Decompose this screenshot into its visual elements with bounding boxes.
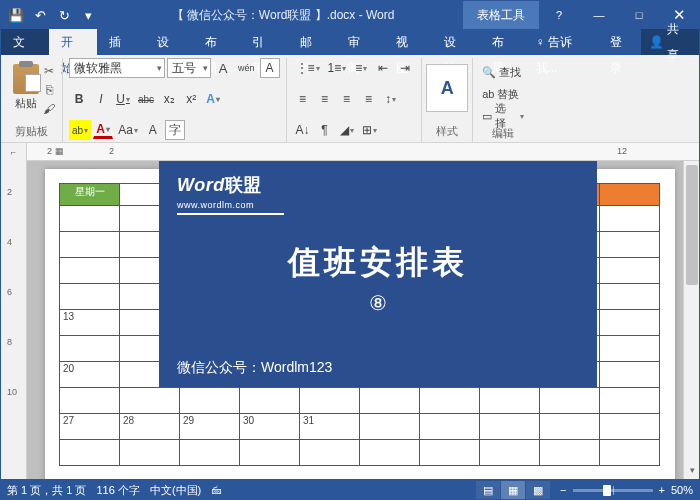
overlay-footer: 微信公众号：Wordlm123 (177, 359, 579, 377)
select-button[interactable]: ▭选择 (479, 106, 527, 126)
italic-button[interactable]: I (91, 89, 111, 109)
bullets[interactable]: ⋮≡ (293, 58, 323, 78)
overlay-url: www.wordlm.com (177, 200, 284, 215)
replace-icon: ab (482, 88, 494, 100)
login[interactable]: 登录 (602, 29, 642, 55)
increase-indent[interactable]: ⇥ (395, 58, 415, 78)
zoom-slider[interactable] (573, 489, 653, 492)
qat-save[interactable]: 💾 (5, 4, 27, 26)
align-right[interactable]: ≡ (337, 89, 357, 109)
show-marks[interactable]: ¶ (315, 120, 335, 140)
underline-button[interactable]: U (113, 89, 133, 109)
font-family-select[interactable]: 微软雅黑 (69, 58, 165, 78)
align-center[interactable]: ≡ (315, 89, 335, 109)
align-left[interactable]: ≡ (293, 89, 313, 109)
splash-overlay: Word联盟 www.wordlm.com 值班安排表 ⑧ 微信公众号：Word… (159, 161, 597, 387)
zoom-in[interactable]: + (659, 484, 665, 496)
phonetic-guide[interactable]: wén (235, 58, 258, 78)
ruler-corner[interactable]: ⌐ (1, 143, 27, 161)
cut-button[interactable]: ✂ (40, 62, 58, 80)
find-button[interactable]: 🔍查找 (479, 62, 527, 82)
vertical-ruler[interactable]: 2 4 6 8 10 (1, 161, 27, 479)
overlay-logo: Word联盟 (177, 175, 262, 195)
status-language[interactable]: 中文(中国) (150, 483, 201, 498)
overlay-number: ⑧ (177, 291, 579, 315)
share-icon: 👤 (649, 29, 664, 55)
font-size-select[interactable]: 五号 (167, 58, 211, 78)
select-icon: ▭ (482, 110, 492, 123)
enclose-char[interactable]: 字 (165, 120, 185, 140)
superscript-button[interactable]: x² (181, 89, 201, 109)
tab-home[interactable]: 开始 (49, 29, 97, 55)
status-words[interactable]: 116 个字 (96, 483, 139, 498)
multilevel[interactable]: ≡ (351, 58, 371, 78)
find-icon: 🔍 (482, 66, 496, 79)
scroll-thumb[interactable] (686, 165, 698, 285)
table-tools-label: 表格工具 (463, 1, 539, 29)
view-read[interactable]: ▤ (476, 481, 500, 499)
paste-icon (13, 64, 39, 94)
bold-button[interactable]: B (69, 89, 89, 109)
zoom-level[interactable]: 50% (671, 484, 693, 496)
tab-table-design[interactable]: 设计 (432, 29, 480, 55)
tab-review[interactable]: 审阅 (336, 29, 384, 55)
share-button[interactable]: 👤共享 (641, 29, 699, 55)
qat-redo[interactable]: ↻ (53, 4, 75, 26)
window-maximize[interactable]: □ (619, 1, 659, 29)
decrease-indent[interactable]: ⇤ (373, 58, 393, 78)
styles-gallery[interactable]: A (428, 58, 466, 112)
tell-me[interactable]: ♀ 告诉我... (528, 29, 602, 55)
scroll-down-icon[interactable]: ▾ (686, 465, 698, 477)
format-painter[interactable]: 🖌 (40, 100, 58, 118)
horizontal-ruler[interactable]: 2 ▦ 2 12 (27, 143, 699, 160)
tab-design[interactable]: 设计 (145, 29, 193, 55)
document-canvas[interactable]: 星期一 13 20 2728293031 Word联盟 www.wordlm.c… (27, 161, 683, 479)
status-ime[interactable]: 🖮 (211, 484, 222, 496)
overlay-title: 值班安排表 (177, 241, 579, 285)
tab-layout[interactable]: 布局 (193, 29, 241, 55)
grow-font[interactable]: A (213, 58, 233, 78)
strike-button[interactable]: abc (135, 89, 157, 109)
status-page[interactable]: 第 1 页，共 1 页 (7, 483, 86, 498)
qat-undo[interactable]: ↶ (29, 4, 51, 26)
borders[interactable]: ⊞ (359, 120, 380, 140)
line-spacing[interactable]: ↕ (381, 89, 401, 109)
numbering[interactable]: 1≡ (325, 58, 350, 78)
view-print[interactable]: ▦ (501, 481, 525, 499)
qat-more[interactable]: ▾ (77, 4, 99, 26)
header-monday[interactable]: 星期一 (60, 184, 120, 206)
zoom-thumb[interactable] (603, 485, 611, 496)
window-title: 【 微信公众号：Word联盟 】.docx - Word (103, 7, 463, 24)
tab-view[interactable]: 视图 (384, 29, 432, 55)
text-effects[interactable]: A (203, 89, 223, 109)
vertical-scrollbar[interactable]: ▾ (683, 161, 699, 479)
tab-table-layout[interactable]: 布局 (480, 29, 528, 55)
tab-mailings[interactable]: 邮件 (288, 29, 336, 55)
sort[interactable]: A↓ (293, 120, 313, 140)
view-web[interactable]: ▩ (526, 481, 550, 499)
group-clipboard: 剪贴板 (7, 124, 56, 140)
subscript-button[interactable]: x₂ (159, 89, 179, 109)
tab-insert[interactable]: 插入 (97, 29, 145, 55)
shading[interactable]: ◢ (337, 120, 357, 140)
copy-button[interactable]: ⎘ (40, 81, 58, 99)
highlight-button[interactable]: ab (69, 120, 91, 140)
change-case[interactable]: Aa (115, 120, 141, 140)
tab-references[interactable]: 引用 (240, 29, 288, 55)
align-justify[interactable]: ≡ (359, 89, 379, 109)
char-shading[interactable]: A (143, 120, 163, 140)
tab-file[interactable]: 文件 (1, 29, 49, 55)
font-color[interactable]: A (93, 121, 113, 139)
group-styles: 样式 (436, 124, 458, 140)
char-border[interactable]: A (260, 58, 280, 78)
group-editing: 编辑 (479, 126, 527, 142)
window-minimize[interactable]: — (579, 1, 619, 29)
ribbon-help[interactable]: ? (539, 1, 579, 29)
zoom-out[interactable]: − (560, 484, 566, 496)
